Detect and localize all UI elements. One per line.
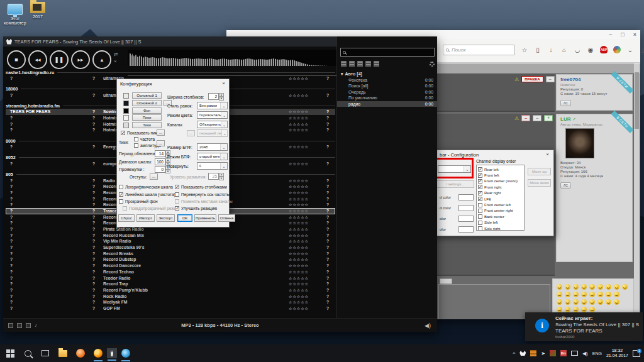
smiley-icon[interactable] <box>614 284 619 290</box>
smiley-icon[interactable] <box>614 292 619 297</box>
ticks-more-button[interactable]: ... <box>157 140 165 146</box>
rating-stars[interactable]: ☆☆☆☆☆ <box>289 257 309 261</box>
playlist-row[interactable]: ??Record Techno☆☆☆☆☆? <box>6 269 335 275</box>
next-button[interactable]: ▸▸ <box>71 50 90 69</box>
channel-row[interactable]: Side left <box>478 220 524 226</box>
vpn-icon[interactable]: ◬ <box>640 46 644 53</box>
dialog-button-Сброс[interactable]: Сброс <box>118 214 135 222</box>
combobox-Стильрамок[interactable]: Без рамки⌄ <box>197 102 228 109</box>
playlist-row[interactable]: ??Medlyak FM☆☆☆☆☆? <box>6 299 335 305</box>
rating-stars[interactable]: ☆☆☆☆☆ <box>289 239 309 243</box>
smiley-icon[interactable] <box>565 299 570 305</box>
dialog-button-Экспорт[interactable]: Экспорт <box>157 214 175 222</box>
rating-stars[interactable]: ☆☆☆☆☆ <box>289 300 309 304</box>
rating-stars[interactable]: ☆☆☆☆☆ <box>289 116 309 120</box>
previous-button[interactable]: ◂◂ <box>28 50 47 69</box>
shuffle-icon[interactable]: × <box>114 58 118 64</box>
punto-switcher-icon[interactable]: En <box>560 350 567 356</box>
smiley-icon[interactable] <box>557 292 562 297</box>
right-check-1[interactable]: Перевернуть ось частоты <box>175 192 230 197</box>
playlist-row[interactable]: ??Record Russian Mix☆☆☆☆☆? <box>6 233 335 239</box>
eject-button[interactable]: ▴ <box>92 50 111 69</box>
checkbox-icon[interactable] <box>119 185 123 189</box>
playlist-row[interactable]: ??Rock Radio☆☆☆☆☆? <box>6 293 335 300</box>
smiley-icon[interactable] <box>573 284 579 290</box>
hidden-icons-caret[interactable]: ^ <box>513 351 515 356</box>
channel-row[interactable]: Side right <box>478 226 524 231</box>
rating-stars[interactable]: ☆☆☆☆☆ <box>289 128 309 132</box>
home-icon[interactable]: ⌂ <box>560 46 568 53</box>
rating-stars[interactable]: ☆☆☆☆☆ <box>289 93 309 97</box>
firefox-taskbar-icon[interactable] <box>93 348 103 358</box>
channel-row[interactable]: Front center right <box>478 208 524 214</box>
dialog-button-Импорт[interactable]: Импорт <box>136 214 155 222</box>
rating-stars[interactable]: ☆☆☆☆☆ <box>289 197 309 201</box>
checkbox-icon[interactable] <box>175 199 179 204</box>
playlist-row[interactable]: ??Record Trap☆☆☆☆☆? <box>6 281 335 287</box>
checkbox-icon[interactable] <box>119 192 123 197</box>
right-check-0[interactable]: Показывать столбиками <box>175 185 227 189</box>
smiley-icon[interactable] <box>565 284 570 290</box>
library-info-icon[interactable] <box>357 61 363 67</box>
tray-app-icon[interactable] <box>550 350 556 356</box>
tray-cursor-icon[interactable]: ➤ <box>541 351 545 356</box>
tray-foobar-icon[interactable] <box>519 351 526 356</box>
desktop-icon-2017-folder[interactable]: 2017 <box>24 2 52 19</box>
smiley-icon[interactable] <box>606 292 611 297</box>
rating-stars[interactable]: ☆☆☆☆☆ <box>289 306 309 310</box>
checkbox-icon[interactable] <box>478 203 482 207</box>
smiley-icon[interactable] <box>581 307 587 312</box>
foobar-taskbar-icon[interactable] <box>107 348 117 358</box>
swatch-button-2[interactable]: Основной 2 <box>132 100 162 106</box>
move-down-button[interactable]: Move down <box>528 179 551 187</box>
smiley-icon[interactable] <box>573 307 579 312</box>
channel-settings-button[interactable]: l settings... <box>436 180 474 188</box>
clipboard-icon[interactable]: ▯ <box>534 46 541 53</box>
browser-close-button[interactable]: × <box>633 31 636 38</box>
checkbox-icon[interactable] <box>478 179 482 184</box>
smiley-icon[interactable] <box>589 299 595 305</box>
channel-combobox[interactable]: передний левый⌄ <box>197 129 228 137</box>
channel-row[interactable]: Rear right <box>478 190 524 196</box>
rating-stars[interactable]: ☆☆☆☆☆ <box>289 145 309 149</box>
rating-stars[interactable]: ☆☆☆☆☆ <box>289 162 309 166</box>
left-check-1[interactable]: Линейная шкала (частота) <box>119 192 175 197</box>
color-field[interactable] <box>458 205 474 211</box>
rating-stars[interactable]: ☆☆☆☆☆ <box>289 276 309 280</box>
playlist-row[interactable]: ??Teodor Radio☆☆☆☆☆? <box>6 275 335 282</box>
color-field[interactable] <box>458 194 474 200</box>
smiley-icon[interactable] <box>589 284 595 290</box>
smiley-icon[interactable] <box>565 292 570 297</box>
channel-row[interactable]: Front right <box>478 184 524 190</box>
gear-icon[interactable] <box>430 62 435 67</box>
library-artist-icon[interactable] <box>365 61 371 67</box>
tray-volume-icon[interactable]: ◀) <box>582 351 588 356</box>
smiley-icon[interactable] <box>565 307 570 312</box>
bookmark-star-icon[interactable]: ☆ <box>521 46 528 53</box>
scrollbar-thumb[interactable] <box>635 72 639 129</box>
checkbox-icon[interactable] <box>478 221 482 225</box>
channel-order-list[interactable]: Rear leftFront leftFront center (mono)Fr… <box>476 165 525 231</box>
smiley-icon[interactable] <box>557 284 562 290</box>
rating-stars[interactable]: ☆☆☆☆☆ <box>289 251 309 256</box>
tick-freq-checkbox[interactable]: частота <box>134 137 155 141</box>
pause-button[interactable]: ❚❚ <box>50 50 69 69</box>
color-field[interactable] <box>458 216 474 222</box>
channel-row[interactable]: Front center (mono) <box>478 178 524 184</box>
rating-minus-button[interactable]: – <box>546 76 555 82</box>
dialog-button-Отмена[interactable]: Отмена <box>218 214 235 222</box>
left-check-2[interactable]: Прозрачный фон <box>119 199 158 204</box>
checkbox-icon[interactable] <box>478 173 482 178</box>
channel-row[interactable]: LFE <box>478 196 524 202</box>
playlist-row[interactable]: ??Record Dubstep☆☆☆☆☆? <box>6 256 335 263</box>
move-up-button[interactable]: Move up <box>528 168 551 175</box>
close-icon[interactable]: × <box>222 80 225 86</box>
checkbox-icon[interactable] <box>478 185 482 189</box>
private-message-button[interactable]: ЛС <box>560 182 571 189</box>
app-taskbar-icon[interactable] <box>121 348 131 358</box>
combobox-Повернуть[interactable]: 0⌄ <box>197 162 228 170</box>
rating-stars[interactable]: ☆☆☆☆☆ <box>289 221 309 225</box>
library-item-радио[interactable]: радио0:00 <box>337 101 437 107</box>
channel-more-button[interactable]: ... <box>187 130 195 136</box>
network-icon[interactable] <box>571 351 578 356</box>
